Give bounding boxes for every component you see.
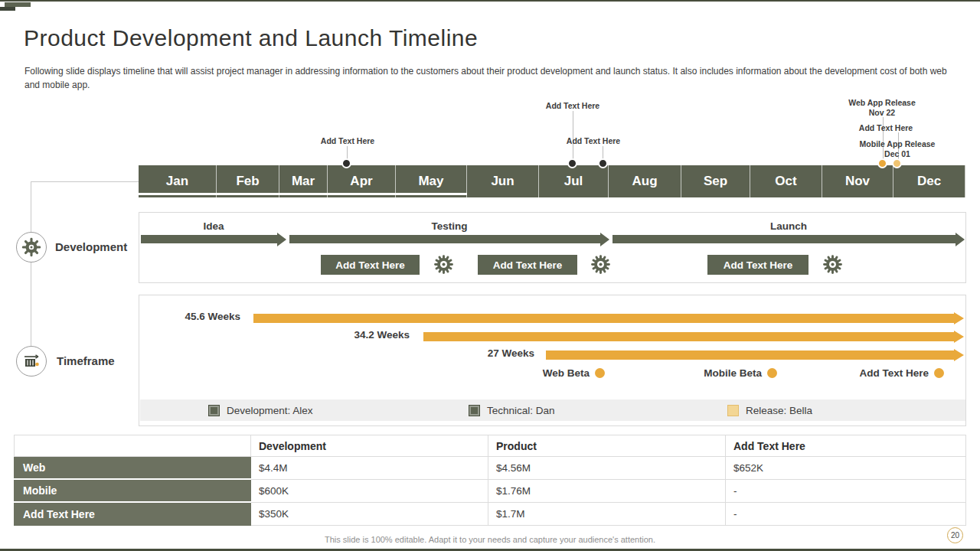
gear-badge-icon-3 <box>822 254 843 275</box>
add-text-button-2[interactable]: Add Text Here <box>478 255 577 275</box>
table-row-label-mobile: Mobile <box>14 480 251 503</box>
legend-swatch-release-icon <box>727 405 739 416</box>
legend-item-technical: Technical: Dan <box>469 399 555 421</box>
table-cell: $600K <box>251 480 488 503</box>
table-cell: - <box>726 480 966 503</box>
annotation-connector <box>347 146 348 159</box>
bar-1 <box>253 314 954 323</box>
bar-label-1: 45.6 Weeks <box>139 311 240 322</box>
month-oct: Oct <box>750 165 822 197</box>
table-header-product: Product <box>488 435 726 457</box>
calendar-timeline-icon <box>21 351 41 371</box>
month-jun: Jun <box>467 165 539 197</box>
month-bar: Jan Feb Mar Apr May Jun Jul Aug Sep Oct … <box>139 165 965 197</box>
phase-arrow-testing <box>289 235 600 243</box>
slide-description: Following slide displays timeline that w… <box>24 64 949 92</box>
table-row-label-add-text: Add Text Here <box>14 503 251 526</box>
mobile-release-date: Dec 01 <box>860 149 936 159</box>
mobile-release-title: Mobile App Release <box>860 139 936 149</box>
bar-2 <box>423 332 954 341</box>
milestone-dot-jul-2 <box>598 158 608 168</box>
timeframe-section-badge <box>16 346 47 377</box>
footer-note: This slide is 100% editable. Adapt it to… <box>0 535 980 544</box>
month-nov: Nov <box>822 165 893 197</box>
month-sep: Sep <box>681 165 750 197</box>
milestone-mobile-beta: Mobile Beta <box>704 367 777 379</box>
annotation-jul-low: Add Text Here <box>567 136 620 146</box>
bar-label-2: 34.2 Weeks <box>139 329 410 341</box>
legend-label: Release: Bella <box>746 405 812 416</box>
legend-label: Development: Alex <box>227 405 313 416</box>
development-section-badge <box>16 232 47 262</box>
annotation-web-release: Web App Release Nov 22 <box>848 98 916 117</box>
annotation-jul-high: Add Text Here <box>546 101 599 111</box>
legend-item-development: Development: Alex <box>208 399 313 421</box>
annotation-mobile-release: Mobile App Release Dec 01 <box>860 139 936 158</box>
table-header-empty <box>14 435 251 457</box>
annotation-connector <box>573 111 573 159</box>
timeframe-band: 45.6 Weeks 34.2 Weeks 27 Weeks Web Beta … <box>139 295 966 426</box>
page-number: 20 <box>947 527 963 543</box>
table-row-label-web: Web <box>14 457 251 480</box>
month-dec: Dec <box>893 165 965 197</box>
milestone-dot-web-release <box>877 158 887 168</box>
bar-label-3: 27 Weeks <box>139 347 534 359</box>
milestone-dot-icon <box>767 368 777 378</box>
add-text-button-3[interactable]: Add Text Here <box>707 255 808 275</box>
table-cell: $4.56M <box>488 457 726 480</box>
milestone-dot-mobile-release <box>892 158 902 168</box>
milestone-web-beta: Web Beta <box>543 367 605 379</box>
month-aug: Aug <box>609 165 681 197</box>
annotation-connector <box>603 146 603 159</box>
annotation-nov-add-text: Add Text Here <box>859 123 913 133</box>
bracket-hline <box>31 181 139 182</box>
table-cell: - <box>726 503 966 526</box>
progress-underline <box>139 193 467 195</box>
table-header-development: Development <box>251 435 488 457</box>
legend-swatch-olive-icon <box>208 405 220 416</box>
month-jul: Jul <box>539 165 609 197</box>
milestone-label: Mobile Beta <box>704 367 762 379</box>
legend-item-release: Release: Bella <box>727 399 812 421</box>
gear-badge-icon-2 <box>590 254 611 275</box>
milestone-dot-icon <box>595 368 605 378</box>
web-release-title: Web App Release <box>848 98 916 108</box>
table-cell: $4.4M <box>251 457 488 480</box>
bar-3 <box>546 350 954 360</box>
phase-arrow-idea <box>141 235 277 243</box>
add-text-button-1[interactable]: Add Text Here <box>321 255 420 275</box>
slide: Product Development and Launch Timeline … <box>0 0 980 551</box>
development-section-label: Development <box>55 240 127 253</box>
milestone-label: Add Text Here <box>859 367 929 379</box>
milestone-add-text: Add Text Here <box>859 367 944 379</box>
legend-swatch-olive-icon <box>469 405 480 416</box>
table-cell: $1.76M <box>488 480 726 503</box>
table-cell: $652K <box>726 457 966 480</box>
timeframe-section-label: Timeframe <box>57 354 115 367</box>
web-release-date: Nov 22 <box>848 108 916 118</box>
annotation-apr: Add Text Here <box>321 136 374 146</box>
gear-icon <box>21 237 41 257</box>
milestone-dot-apr <box>341 158 351 168</box>
table-cell: $350K <box>251 503 488 526</box>
milestone-dot-icon <box>934 368 944 378</box>
table-cell: $1.7M <box>488 503 726 526</box>
page-title: Product Development and Launch Timeline <box>24 25 478 51</box>
legend-label: Technical: Dan <box>487 405 555 416</box>
gear-badge-icon-1 <box>433 254 454 275</box>
phase-label-idea: Idea <box>203 220 224 232</box>
logo-icon-secondary <box>0 7 15 11</box>
phase-label-testing: Testing <box>432 220 468 232</box>
bracket-vline <box>31 181 31 347</box>
phase-label-launch: Launch <box>770 220 807 232</box>
table-header-add-text: Add Text Here <box>726 435 966 457</box>
milestone-label: Web Beta <box>543 367 590 379</box>
cost-table: Development Product Add Text Here Web $4… <box>14 435 966 526</box>
development-band: Idea Testing Launch Add Text Here Add Te… <box>139 212 966 283</box>
phase-arrow-launch <box>612 235 956 243</box>
timeline: Add Text Here Add Text Here Add Text Her… <box>139 96 966 198</box>
milestone-dot-jul-1 <box>567 158 577 168</box>
slide-top-border <box>0 0 980 2</box>
legend: Development: Alex Technical: Dan Release… <box>140 399 965 421</box>
